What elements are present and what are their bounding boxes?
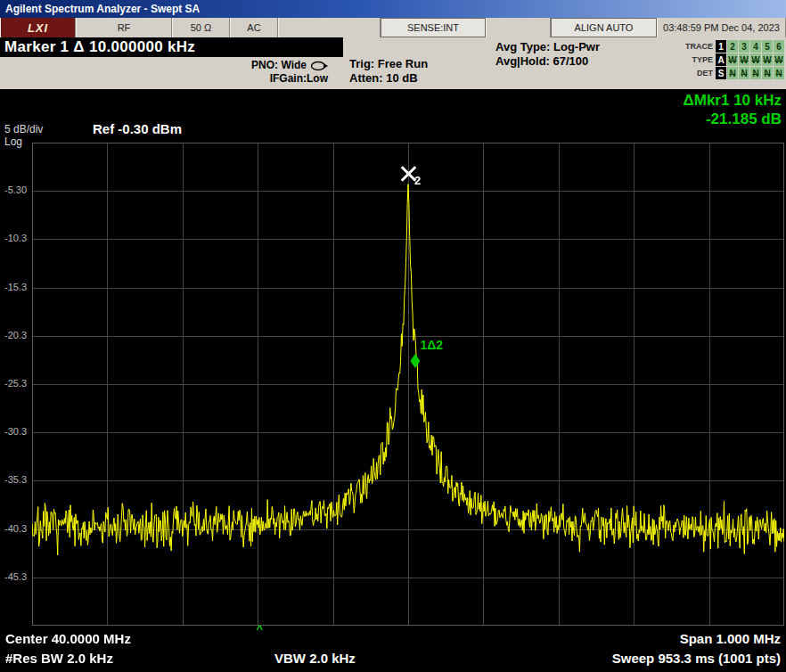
spectrum-canvas[interactable] bbox=[32, 143, 784, 626]
y-axis-tick-label: -5.30 bbox=[4, 184, 27, 195]
trace-panel-cell: W bbox=[750, 53, 761, 66]
display-area: ΔMkr1 10 kHz -21.185 dB 5 dB/div Log Ref… bbox=[0, 89, 786, 672]
y-axis-tick-label: -10.3 bbox=[4, 233, 27, 243]
scale-per-div-label: 5 dB/div bbox=[4, 123, 43, 135]
det-row: DET SNNNNN bbox=[682, 67, 784, 79]
trace-panel-cell: 2 bbox=[727, 40, 738, 53]
pno-loop-icon bbox=[310, 61, 328, 71]
spectrum-chart bbox=[32, 143, 784, 626]
trace-panel-cell: N bbox=[739, 67, 749, 79]
type-cells: AWWWWW bbox=[716, 53, 784, 66]
trace-panel-cell: W bbox=[727, 53, 738, 66]
status-sense: SENSE:INT bbox=[381, 18, 486, 37]
trace-cells: 123456 bbox=[716, 40, 784, 53]
trig-label[interactable]: Trig: Free Run bbox=[349, 57, 428, 71]
trace-panel-cell: A bbox=[716, 53, 726, 66]
center-caret-icon: ^ bbox=[257, 622, 264, 635]
delta-marker-amp: -21.185 dB bbox=[684, 110, 782, 128]
status-spacer-2 bbox=[486, 18, 551, 37]
det-cells: SNNNNN bbox=[716, 67, 784, 79]
delta-marker-readout: ΔMkr1 10 kHz -21.185 dB bbox=[684, 91, 782, 128]
ref-level-label[interactable]: Ref -0.30 dBm bbox=[93, 121, 182, 136]
ifgain-label: IFGain:Low bbox=[270, 72, 328, 86]
trace-panel-cell: 4 bbox=[750, 40, 761, 53]
trace-row-label: TRACE bbox=[682, 42, 716, 51]
span-label[interactable]: Span 1.000 MHz bbox=[680, 631, 781, 646]
delta-marker-freq: ΔMkr1 10 kHz bbox=[684, 91, 782, 110]
y-axis-tick-label: -25.3 bbox=[4, 378, 27, 389]
window-titlebar[interactable]: Agilent Spectrum Analyzer - Swept SA bbox=[0, 0, 786, 18]
status-rf: RF bbox=[76, 18, 172, 37]
window-title: Agilent Spectrum Analyzer - Swept SA bbox=[5, 3, 200, 15]
status-coupling: AC bbox=[230, 18, 278, 37]
trace-panel: TRACE 123456 TYPE AWWWWW DET SNNNNN bbox=[682, 40, 784, 80]
type-row-label: TYPE bbox=[682, 55, 716, 64]
trace-panel-cell: N bbox=[727, 67, 738, 79]
trace-panel-cell: W bbox=[739, 53, 749, 66]
marker1-label: 1Δ2 bbox=[420, 338, 443, 352]
trace-panel-cell: 6 bbox=[774, 40, 784, 53]
lxi-indicator: LXI bbox=[0, 18, 76, 37]
res-bw-label[interactable]: #Res BW 2.0 kHz bbox=[5, 651, 113, 666]
status-datetime: 03:48:59 PM Dec 04, 2023 bbox=[657, 18, 786, 37]
y-axis-tick-label: -35.3 bbox=[4, 474, 27, 485]
type-row: TYPE AWWWWW bbox=[682, 53, 784, 66]
trace-panel-cell: N bbox=[774, 67, 784, 79]
status-spacer-1 bbox=[278, 18, 381, 37]
trace-row: TRACE 123456 bbox=[682, 40, 784, 53]
trace-panel-cell: N bbox=[762, 67, 773, 79]
vbw-label[interactable]: VBW 2.0 kHz bbox=[274, 651, 356, 666]
trig-block: Trig: Free Run Atten: 10 dB bbox=[349, 57, 428, 86]
trace-panel-cell: 1 bbox=[716, 40, 726, 53]
status-align: ALIGN AUTO bbox=[551, 18, 657, 37]
trace-panel-cell: W bbox=[762, 53, 773, 66]
avg-type-label[interactable]: Avg Type: Log-Pwr bbox=[495, 40, 600, 54]
det-row-label: DET bbox=[682, 69, 716, 78]
app-root: { "window": { "title": "Agilent Spectrum… bbox=[0, 0, 786, 672]
sweep-label[interactable]: Sweep 953.3 ms (1001 pts) bbox=[612, 651, 781, 666]
y-axis-tick-label: -40.3 bbox=[4, 523, 27, 534]
trace-panel-cell: 3 bbox=[739, 40, 749, 53]
y-axis-tick-label: -15.3 bbox=[4, 282, 27, 292]
status-bar: LXI RF 50 Ω AC SENSE:INT ALIGN AUTO 03:4… bbox=[0, 18, 786, 37]
log-scale-label: Log bbox=[4, 135, 22, 148]
trace-panel-cell: N bbox=[750, 67, 761, 79]
trace-panel-cell: W bbox=[774, 53, 784, 66]
avg-hold-label[interactable]: Avg|Hold: 67/100 bbox=[495, 54, 600, 69]
pno-block: PNO: Wide IFGain:Low bbox=[0, 59, 328, 86]
pno-label: PNO: Wide bbox=[251, 59, 307, 72]
marker2-label: 2 bbox=[414, 174, 421, 187]
y-axis-tick-label: -30.3 bbox=[4, 426, 27, 437]
y-axis-tick-label: -20.3 bbox=[4, 330, 27, 340]
trace-panel-cell: 5 bbox=[762, 40, 773, 53]
center-freq-label[interactable]: Center 40.0000 MHz bbox=[5, 631, 131, 646]
avg-block: Avg Type: Log-Pwr Avg|Hold: 67/100 bbox=[495, 40, 600, 69]
status-impedance: 50 Ω bbox=[172, 18, 230, 37]
marker-readout-bar[interactable]: Marker 1 Δ 10.000000 kHz bbox=[0, 37, 343, 57]
y-axis-tick-label: -45.3 bbox=[4, 571, 27, 582]
measurement-header: Marker 1 Δ 10.000000 kHz PNO: Wide IFGai… bbox=[0, 37, 786, 89]
trace-panel-cell: S bbox=[716, 67, 726, 79]
atten-label[interactable]: Atten: 10 dB bbox=[349, 71, 428, 86]
